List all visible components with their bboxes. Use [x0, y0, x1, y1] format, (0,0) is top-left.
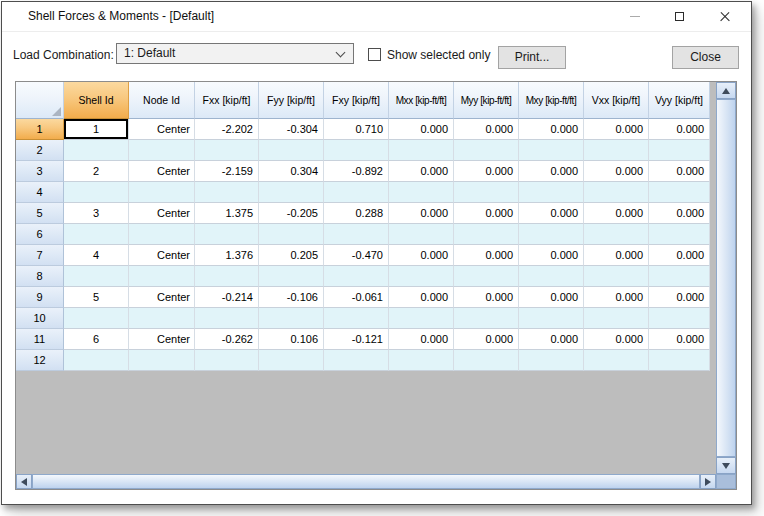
cell[interactable]: 0.000	[389, 287, 454, 308]
cell[interactable]: Center	[129, 203, 195, 224]
cell[interactable]	[389, 182, 454, 203]
row-header[interactable]: 2	[16, 140, 64, 161]
row-header[interactable]: 6	[16, 224, 64, 245]
cell[interactable]	[259, 140, 324, 161]
cell[interactable]: -0.121	[324, 329, 389, 350]
row-header[interactable]: 10	[16, 308, 64, 329]
cell[interactable]	[324, 308, 389, 329]
cell[interactable]: 0.000	[454, 329, 519, 350]
cell[interactable]: 0.000	[584, 161, 649, 182]
cell[interactable]: -0.106	[259, 287, 324, 308]
scroll-left-button[interactable]	[16, 474, 32, 489]
select-all-corner[interactable]	[16, 82, 64, 119]
cell[interactable]: 0.000	[584, 203, 649, 224]
cell[interactable]	[259, 224, 324, 245]
cell[interactable]	[649, 182, 710, 203]
cell[interactable]	[324, 140, 389, 161]
column-header-myy-kip-ft-ft[interactable]: Myy [kip-ft/ft]	[454, 82, 519, 119]
cell[interactable]: -0.304	[259, 119, 324, 140]
cell[interactable]: 0.000	[584, 119, 649, 140]
cell[interactable]: -2.159	[195, 161, 259, 182]
cell[interactable]	[389, 140, 454, 161]
cell[interactable]	[584, 140, 649, 161]
horizontal-scrollbar-thumb[interactable]	[32, 474, 700, 489]
show-selected-label[interactable]: Show selected only	[387, 48, 490, 62]
cell[interactable]: 0.000	[649, 161, 710, 182]
row-header[interactable]: 3	[16, 161, 64, 182]
cell[interactable]: 0.000	[454, 287, 519, 308]
cell[interactable]	[129, 182, 195, 203]
cell[interactable]	[64, 308, 129, 329]
cell[interactable]	[389, 350, 454, 371]
cell[interactable]	[64, 266, 129, 287]
cell[interactable]: -0.892	[324, 161, 389, 182]
cell[interactable]	[64, 140, 129, 161]
row-header[interactable]: 1	[16, 119, 64, 140]
cell[interactable]	[324, 224, 389, 245]
cell[interactable]	[64, 182, 129, 203]
cell[interactable]: Center	[129, 329, 195, 350]
cell[interactable]	[649, 308, 710, 329]
cell[interactable]: 0.000	[649, 245, 710, 266]
maximize-button[interactable]	[657, 2, 702, 31]
cell[interactable]: 0.000	[454, 245, 519, 266]
row-header[interactable]: 11	[16, 329, 64, 350]
cell[interactable]: -2.202	[195, 119, 259, 140]
column-header-mxx-kip-ft-ft[interactable]: Mxx [kip-ft/ft]	[389, 82, 454, 119]
column-header-node-id[interactable]: Node Id	[129, 82, 195, 119]
cell[interactable]: 0.710	[324, 119, 389, 140]
cell[interactable]: Center	[129, 119, 195, 140]
cell[interactable]: 0.000	[649, 287, 710, 308]
cell[interactable]: Center	[129, 245, 195, 266]
cell[interactable]	[649, 350, 710, 371]
show-selected-checkbox[interactable]	[368, 48, 381, 61]
column-header-fxy-kip-ft[interactable]: Fxy [kip/ft]	[324, 82, 389, 119]
cell[interactable]: -0.214	[195, 287, 259, 308]
cell[interactable]	[649, 140, 710, 161]
cell[interactable]	[324, 266, 389, 287]
cell[interactable]	[584, 224, 649, 245]
cell[interactable]: 0.000	[389, 329, 454, 350]
cell[interactable]	[519, 224, 584, 245]
row-header[interactable]: 4	[16, 182, 64, 203]
cell[interactable]	[389, 266, 454, 287]
cell[interactable]: 0.000	[454, 119, 519, 140]
cell[interactable]	[519, 308, 584, 329]
cell[interactable]	[454, 182, 519, 203]
cell[interactable]	[64, 350, 129, 371]
cell[interactable]: 0.000	[584, 329, 649, 350]
cell[interactable]	[519, 266, 584, 287]
cell[interactable]	[129, 140, 195, 161]
cell[interactable]	[324, 182, 389, 203]
cell[interactable]: 0.000	[649, 329, 710, 350]
cell[interactable]: 1	[64, 119, 129, 140]
cell[interactable]	[129, 308, 195, 329]
cell[interactable]	[454, 224, 519, 245]
cell[interactable]: 0.000	[649, 119, 710, 140]
cell[interactable]	[649, 266, 710, 287]
cell[interactable]	[129, 350, 195, 371]
cell[interactable]: 0.000	[519, 203, 584, 224]
row-header[interactable]: 7	[16, 245, 64, 266]
scroll-down-button[interactable]	[716, 457, 736, 474]
cell[interactable]	[195, 308, 259, 329]
cell[interactable]	[259, 182, 324, 203]
cell[interactable]: -0.061	[324, 287, 389, 308]
cell[interactable]	[519, 350, 584, 371]
cell[interactable]: 0.205	[259, 245, 324, 266]
cell[interactable]: 0.000	[519, 119, 584, 140]
cell[interactable]	[259, 350, 324, 371]
cell[interactable]: 0.000	[389, 119, 454, 140]
cell[interactable]	[324, 350, 389, 371]
cell[interactable]	[454, 140, 519, 161]
cell[interactable]: -0.262	[195, 329, 259, 350]
cell[interactable]	[519, 140, 584, 161]
cell[interactable]: 0.000	[584, 287, 649, 308]
column-header-fxx-kip-ft[interactable]: Fxx [kip/ft]	[195, 82, 259, 119]
close-window-button[interactable]	[702, 2, 747, 31]
cell[interactable]	[64, 224, 129, 245]
cell[interactable]: 0.000	[519, 287, 584, 308]
cell[interactable]	[454, 350, 519, 371]
scroll-right-button[interactable]	[700, 474, 716, 489]
column-header-vyy-kip-ft[interactable]: Vyy [kip/ft]	[649, 82, 710, 119]
